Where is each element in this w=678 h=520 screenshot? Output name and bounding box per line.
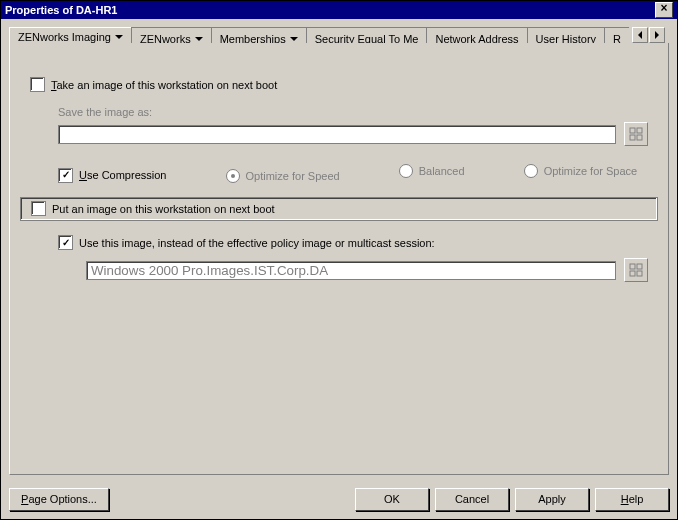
- browse-icon: [629, 127, 643, 141]
- triangle-left-icon: [638, 31, 642, 39]
- svg-rect-6: [630, 271, 635, 276]
- svg-rect-2: [630, 135, 635, 140]
- checkbox-box: [58, 235, 73, 250]
- svg-rect-3: [637, 135, 642, 140]
- checkbox-box: [58, 168, 73, 183]
- tab-label: ZENworks Imaging: [18, 31, 111, 43]
- take-image-checkbox[interactable]: Take an image of this workstation on nex…: [30, 77, 277, 92]
- title-bar: Properties of DA-HR1 ×: [1, 1, 677, 19]
- checkbox-box: [31, 201, 46, 216]
- browse-image-button[interactable]: [624, 258, 648, 282]
- properties-window: Properties of DA-HR1 × ZENworks Imaging …: [0, 0, 678, 520]
- put-image-label: Put an image on this workstation on next…: [52, 203, 275, 215]
- chevron-down-icon: [290, 37, 298, 41]
- svg-rect-5: [637, 264, 642, 269]
- radio-dot: [399, 164, 413, 178]
- svg-rect-0: [630, 128, 635, 133]
- opt-space-radio: Optimize for Space: [524, 164, 638, 178]
- footer-bar: Page Options... OK Cancel Apply Help: [9, 488, 669, 511]
- apply-button[interactable]: Apply: [515, 488, 589, 511]
- close-button[interactable]: ×: [655, 2, 673, 18]
- cancel-button[interactable]: Cancel: [435, 488, 509, 511]
- opt-space-label: Optimize for Space: [544, 165, 638, 177]
- opt-speed-label: Optimize for Speed: [246, 170, 340, 182]
- opt-balanced-radio: Balanced: [399, 164, 465, 178]
- checkbox-box: [30, 77, 45, 92]
- chevron-down-icon: [195, 37, 203, 41]
- save-image-input: [58, 125, 616, 144]
- chevron-down-icon: [115, 35, 123, 39]
- browse-icon: [629, 263, 643, 277]
- triangle-right-icon: [655, 31, 659, 39]
- take-image-label: Take an image of this workstation on nex…: [51, 79, 277, 91]
- content-pane: Take an image of this workstation on nex…: [9, 43, 669, 475]
- svg-rect-1: [637, 128, 642, 133]
- save-image-label: Save the image as:: [58, 106, 152, 118]
- opt-speed-radio: Optimize for Speed: [226, 169, 340, 183]
- use-this-image-checkbox[interactable]: Use this image, instead of the effective…: [58, 235, 435, 250]
- svg-rect-7: [637, 271, 642, 276]
- tab-scroll-right-button[interactable]: [649, 27, 665, 43]
- window-title: Properties of DA-HR1: [5, 1, 117, 19]
- radio-dot: [226, 169, 240, 183]
- opt-balanced-label: Balanced: [419, 165, 465, 177]
- put-image-checkbox[interactable]: Put an image on this workstation on next…: [23, 200, 283, 217]
- image-path-input: [86, 261, 616, 280]
- use-compression-checkbox[interactable]: Use Compression: [58, 168, 166, 183]
- svg-rect-4: [630, 264, 635, 269]
- radio-dot: [524, 164, 538, 178]
- browse-save-button[interactable]: [624, 122, 648, 146]
- use-this-image-label: Use this image, instead of the effective…: [79, 237, 435, 249]
- help-button[interactable]: Help: [595, 488, 669, 511]
- page-options-button[interactable]: Page Options...: [9, 488, 109, 511]
- tab-scroll-left-button[interactable]: [632, 27, 648, 43]
- ok-button[interactable]: OK: [355, 488, 429, 511]
- use-compression-label: Use Compression: [79, 169, 166, 181]
